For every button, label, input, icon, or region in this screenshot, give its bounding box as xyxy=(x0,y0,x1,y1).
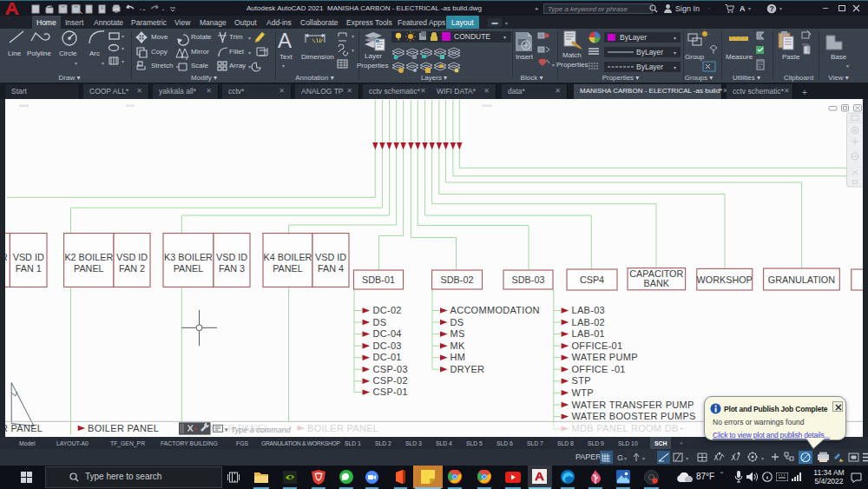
svg-text:OFFICE-01: OFFICE-01 xyxy=(572,340,623,351)
svg-text:DC-03: DC-03 xyxy=(373,340,402,351)
svg-text:K3 BOILER: K3 BOILER xyxy=(164,252,213,262)
svg-text:GRANULATION: GRANULATION xyxy=(768,274,835,285)
svg-text:DRYER: DRYER xyxy=(450,364,485,374)
svg-text:WTP: WTP xyxy=(572,387,594,398)
svg-text:CSP-01: CSP-01 xyxy=(373,387,408,397)
svg-text:FAN 3: FAN 3 xyxy=(219,263,245,274)
svg-text:▾: ▾ xyxy=(122,46,124,51)
svg-text:WATER PUMP: WATER PUMP xyxy=(572,352,638,362)
svg-text:▾: ▾ xyxy=(552,63,555,68)
svg-text:BOILER PANEL: BOILER PANEL xyxy=(0,423,43,433)
svg-text:LAB-01: LAB-01 xyxy=(572,328,606,339)
svg-text:▾: ▾ xyxy=(282,63,285,69)
svg-text:WATER TRANSFER PUMP: WATER TRANSFER PUMP xyxy=(572,400,694,410)
svg-text:BOILER PANEL: BOILER PANEL xyxy=(88,423,159,433)
svg-text:▾: ▾ xyxy=(642,456,645,461)
svg-text:▾: ▾ xyxy=(846,63,849,69)
svg-text:MK: MK xyxy=(450,340,465,351)
svg-text:DS: DS xyxy=(450,317,464,327)
svg-text:DS: DS xyxy=(373,317,387,327)
svg-text:CONDUTE: CONDUTE xyxy=(454,32,490,41)
svg-text:▾: ▾ xyxy=(122,59,124,64)
svg-text:▾: ▾ xyxy=(624,456,627,461)
svg-text:▾: ▾ xyxy=(503,35,506,40)
svg-text:CSP-02: CSP-02 xyxy=(373,375,408,386)
svg-text:▾: ▾ xyxy=(674,50,676,56)
svg-text:HM: HM xyxy=(450,352,466,362)
svg-text:MS: MS xyxy=(450,328,465,339)
svg-text:DC-04: DC-04 xyxy=(373,328,402,339)
svg-text:PANEL: PANEL xyxy=(174,263,204,274)
svg-text:▾: ▾ xyxy=(225,426,228,433)
svg-text:ByLayer: ByLayer xyxy=(620,33,647,42)
svg-text:▾: ▾ xyxy=(102,61,104,66)
svg-text:▾: ▾ xyxy=(761,456,764,461)
svg-text:FAN 1: FAN 1 xyxy=(16,263,42,274)
svg-text:DC-02: DC-02 xyxy=(373,305,402,315)
svg-text:K2 BOILER: K2 BOILER xyxy=(64,252,113,262)
svg-text:G: G xyxy=(617,453,623,462)
svg-text:▾: ▾ xyxy=(674,65,676,70)
svg-text:STP: STP xyxy=(572,375,591,386)
svg-text:LAB-02: LAB-02 xyxy=(572,317,606,327)
svg-text:▾: ▾ xyxy=(122,34,124,39)
svg-text:SDB-03: SDB-03 xyxy=(512,274,545,285)
svg-text:▾: ▾ xyxy=(686,456,688,461)
svg-text:LAB-03: LAB-03 xyxy=(572,305,606,315)
svg-text:BANK: BANK xyxy=(644,278,670,288)
svg-text:VSD ID: VSD ID xyxy=(13,252,44,262)
svg-text:K4 BOILER: K4 BOILER xyxy=(264,252,312,262)
svg-text:VSD ID: VSD ID xyxy=(216,252,247,262)
svg-text:CAPACITOR: CAPACITOR xyxy=(629,268,683,279)
svg-text:ByLayer: ByLayer xyxy=(636,63,663,71)
svg-text:Type a command: Type a command xyxy=(231,426,292,434)
svg-text:▾: ▾ xyxy=(248,36,251,41)
svg-text:A: A xyxy=(278,29,292,52)
svg-text:OFFICE -01: OFFICE -01 xyxy=(572,364,626,374)
svg-text:ACCOMMODATION: ACCOMMODATION xyxy=(450,305,540,315)
svg-text:▾: ▾ xyxy=(248,64,251,69)
svg-text:SDB-02: SDB-02 xyxy=(441,274,474,285)
svg-text:WATER BOOSTER PUMPS: WATER BOOSTER PUMPS xyxy=(572,411,696,421)
svg-text:?: ? xyxy=(769,4,773,13)
svg-text:▾: ▾ xyxy=(352,48,354,53)
svg-text:DC-01: DC-01 xyxy=(373,352,402,362)
svg-text:▾: ▾ xyxy=(674,36,676,41)
svg-text:FAN 2: FAN 2 xyxy=(119,263,145,274)
svg-text:CSP4: CSP4 xyxy=(580,274,604,285)
svg-text:CSP-03: CSP-03 xyxy=(373,364,408,374)
svg-text:FAN 4: FAN 4 xyxy=(318,263,344,274)
svg-text:▾: ▾ xyxy=(75,61,77,66)
svg-text:WORKSHOP: WORKSHOP xyxy=(697,274,753,285)
svg-text:PANEL: PANEL xyxy=(273,263,303,274)
svg-text:▾: ▾ xyxy=(248,50,251,56)
svg-text:PANEL: PANEL xyxy=(74,263,104,274)
svg-text:VSD ID: VSD ID xyxy=(116,252,148,262)
svg-text:▾: ▾ xyxy=(352,34,354,39)
svg-text:SDB-01: SDB-01 xyxy=(362,274,395,285)
svg-text:ByLayer: ByLayer xyxy=(636,48,663,56)
svg-text:ˇ: ˇ xyxy=(681,426,683,434)
svg-text:VSD ID: VSD ID xyxy=(315,252,346,262)
